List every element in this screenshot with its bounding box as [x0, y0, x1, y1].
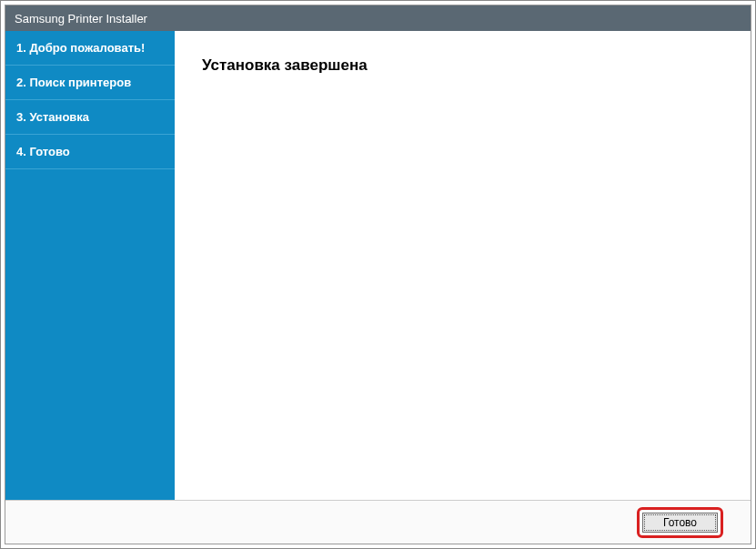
page-title: Установка завершена — [202, 56, 723, 75]
content-area: 1. Добро пожаловать! 2. Поиск принтеров … — [5, 31, 751, 500]
highlight-annotation: Готово — [637, 507, 723, 538]
sidebar-item-label: 4. Готово — [16, 145, 70, 158]
main-panel: Установка завершена — [175, 31, 751, 500]
titlebar: Samsung Printer Installer — [5, 5, 751, 31]
sidebar: 1. Добро пожаловать! 2. Поиск принтеров … — [5, 31, 175, 500]
sidebar-item-label: 2. Поиск принтеров — [16, 76, 131, 89]
sidebar-step-install: 3. Установка — [5, 100, 175, 135]
sidebar-step-welcome: 1. Добро пожаловать! — [5, 31, 175, 66]
sidebar-item-label: 3. Установка — [16, 110, 89, 124]
finish-button[interactable]: Готово — [642, 513, 718, 533]
sidebar-step-finish: 4. Готово — [5, 135, 175, 169]
window-outer: Samsung Printer Installer 1. Добро пожал… — [0, 0, 756, 549]
footer: Готово — [5, 500, 751, 544]
installer-window: Samsung Printer Installer 1. Добро пожал… — [5, 5, 751, 544]
sidebar-step-search: 2. Поиск принтеров — [5, 66, 175, 100]
window-title: Samsung Printer Installer — [15, 12, 147, 25]
sidebar-item-label: 1. Добро пожаловать! — [16, 41, 145, 55]
